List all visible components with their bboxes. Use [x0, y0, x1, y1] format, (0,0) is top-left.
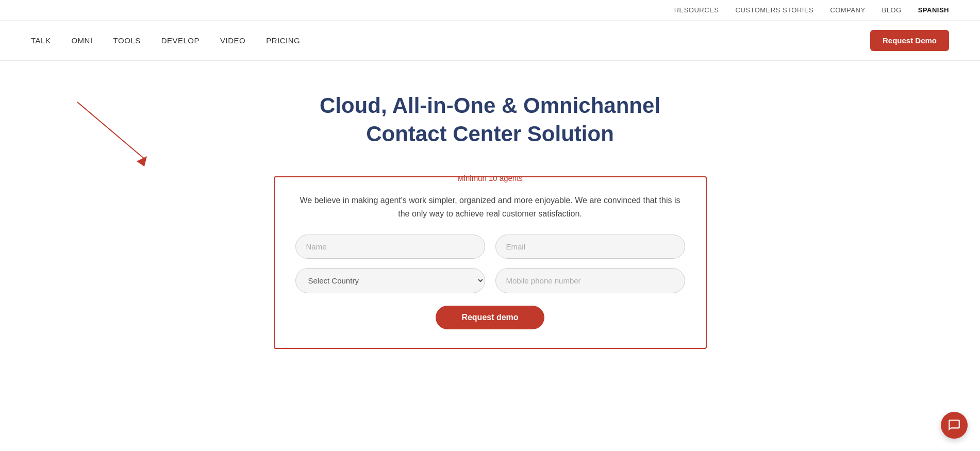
nav-develop[interactable]: DEVELOP	[161, 36, 200, 45]
top-nav: RESOURCES CUSTOMERS STORIES COMPANY BLOG…	[0, 0, 980, 21]
nav-tools[interactable]: TOOLS	[113, 36, 141, 45]
nav-video[interactable]: VIDEO	[220, 36, 245, 45]
minimum-label: Minimun 10 agents	[274, 174, 707, 182]
form-description: We believe in making agent's work simple…	[295, 194, 685, 220]
svg-line-0	[77, 102, 144, 159]
email-input[interactable]	[495, 235, 685, 259]
submit-button[interactable]: Request demo	[436, 306, 544, 329]
nav-links: TALK OMNI TOOLS DEVELOP VIDEO PRICING	[31, 36, 300, 45]
nav-customers-stories[interactable]: CUSTOMERS STORIES	[736, 6, 814, 14]
chat-icon	[948, 419, 961, 432]
nav-omni[interactable]: OMNI	[71, 36, 92, 45]
form-row-1	[295, 235, 685, 259]
nav-company[interactable]: COMPANY	[830, 6, 865, 14]
nav-spanish[interactable]: SPANISH	[918, 6, 949, 14]
arrow-decoration	[62, 92, 165, 171]
chat-widget[interactable]	[941, 412, 968, 439]
main-nav: TALK OMNI TOOLS DEVELOP VIDEO PRICING Re…	[0, 21, 980, 61]
nav-blog[interactable]: BLOG	[882, 6, 902, 14]
country-select[interactable]: Select Country	[295, 268, 485, 293]
form-box: We believe in making agent's work simple…	[274, 176, 707, 349]
form-submit-row: Request demo	[295, 306, 685, 329]
form-row-2: Select Country	[295, 268, 685, 293]
phone-input[interactable]	[495, 268, 685, 293]
nav-pricing[interactable]: PRICING	[266, 36, 300, 45]
name-input[interactable]	[295, 235, 485, 259]
hero-title: Cloud, All-in-One & Omnichannel Contact …	[310, 92, 671, 148]
nav-resources[interactable]: RESOURCES	[674, 6, 719, 14]
request-demo-button[interactable]: Request Demo	[870, 30, 949, 51]
svg-marker-1	[137, 156, 147, 166]
form-section: Minimun 10 agents We believe in making a…	[263, 174, 717, 349]
hero-section: Cloud, All-in-One & Omnichannel Contact …	[0, 61, 980, 158]
nav-talk[interactable]: TALK	[31, 36, 51, 45]
